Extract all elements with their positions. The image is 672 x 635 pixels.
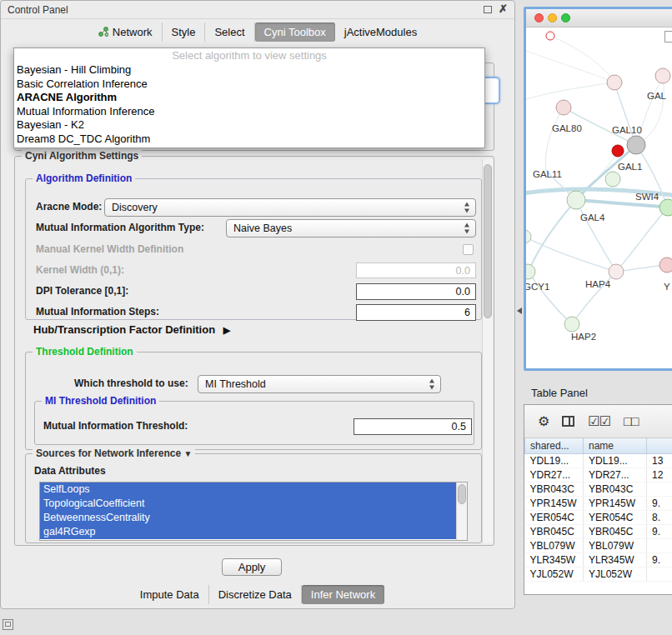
table-cell: YPR145W [525, 497, 584, 511]
kernel-width-field[interactable]: 0.0 [356, 262, 476, 278]
table-row[interactable]: YPR145WYPR145W9. [525, 497, 672, 511]
data-attributes-list[interactable]: SelfLoopsTopologicalCoefficientBetweenne… [39, 482, 468, 541]
table-row[interactable]: YJL052WYJL052W [525, 568, 672, 582]
control-panel-titlebar: Control Panel ✗ [1, 1, 514, 19]
network-node[interactable] [567, 191, 585, 209]
dpi-tolerance-field[interactable]: 0.0 [356, 283, 476, 300]
select-checkboxes-icon[interactable]: ☑☑ [588, 415, 610, 428]
network-window-titlebar [526, 9, 672, 28]
network-node[interactable] [659, 258, 672, 272]
dpi-tolerance-label: DPI Tolerance [0,1]: [36, 285, 128, 298]
mi-threshold-field[interactable]: 0.5 [354, 418, 472, 435]
network-node[interactable] [605, 172, 620, 187]
column-header[interactable] [647, 438, 672, 454]
table-cell: YDL19... [584, 454, 647, 468]
close-button[interactable] [534, 13, 544, 22]
which-threshold-combobox[interactable]: MI Threshold [198, 375, 441, 393]
algorithm-option-mutual-information-inference[interactable]: Mutual Information Inference [14, 105, 484, 119]
hub-definition-toggle[interactable]: Hub/Transcription Factor Definition ▶ [33, 323, 230, 336]
float-panel-icon[interactable] [484, 6, 492, 13]
table-row[interactable]: YBR045CYBR045C9. [525, 525, 672, 539]
list-item-topologicalcoefficient[interactable]: TopologicalCoefficient [40, 497, 456, 511]
tab-cyni-toolbox[interactable]: Cyni Toolbox [255, 22, 335, 42]
network-edge [550, 36, 614, 82]
column-header[interactable]: name [584, 438, 647, 454]
node-label: HAP4 [585, 279, 611, 289]
tab-label: Style [172, 26, 196, 38]
network-node[interactable] [526, 264, 535, 279]
table-row[interactable]: YER054CYER054C8. [525, 511, 672, 525]
network-node[interactable] [627, 136, 645, 154]
network-graph[interactable]: GALGAL80GAL10GAL11GAL1SWI4GAL4GCY1HAP4YH… [526, 28, 672, 368]
bottom-tab-discretize-data[interactable]: Discretize Data [209, 585, 302, 604]
node-table: shared...name YDL19...YDL19...13YDR27...… [524, 438, 672, 582]
tab-select[interactable]: Select [205, 22, 254, 42]
cyni-algorithm-settings-group: Cyni Algorithm Settings Algorithm Defini… [14, 156, 494, 546]
columns-icon[interactable] [562, 416, 574, 427]
close-panel-icon[interactable]: ✗ [499, 4, 508, 14]
bottom-tab-impute-data[interactable]: Impute Data [131, 585, 209, 604]
algorithm-option-dream8-dc-tdc-algorithm[interactable]: Dream8 DC_TDC Algorithm [14, 132, 484, 147]
table-row[interactable]: YBL079WYBL079W [525, 539, 672, 553]
table-cell: YPR145W [584, 497, 647, 511]
table-cell: 8. [647, 511, 672, 525]
manual-kernel-checkbox[interactable] [463, 244, 474, 255]
list-item-selfloops[interactable]: SelfLoops [40, 482, 456, 497]
mi-steps-field[interactable]: 6 [356, 304, 476, 321]
network-node[interactable] [607, 75, 622, 90]
tab-label: Network [113, 26, 153, 38]
minimize-button[interactable] [548, 13, 557, 22]
table-row[interactable]: YDR27...YDR27...12 [525, 468, 672, 482]
network-node[interactable] [612, 145, 624, 157]
network-node[interactable] [556, 100, 571, 115]
tab-network[interactable]: Network [89, 22, 163, 42]
zoom-button[interactable] [561, 13, 570, 22]
aracne-mode-combobox[interactable]: Discovery [104, 198, 476, 217]
algorithm-option-aracne-algorithm[interactable]: ARACNE Algorithm [14, 91, 484, 105]
algorithm-option-bayesian-k2[interactable]: Bayesian - K2 [14, 118, 484, 132]
algorithm-definition-group: Algorithm Definition Aracne Mode: Discov… [25, 178, 482, 320]
clear-checkboxes-icon[interactable]: □□ [624, 415, 638, 428]
network-node[interactable] [609, 264, 624, 279]
tab-label: jActiveModules [344, 26, 417, 38]
tab-jactivemodules[interactable]: jActiveModules [335, 22, 426, 42]
table-row[interactable]: YLR345WYLR345W9. [525, 553, 672, 568]
settings-scrollbar-thumb[interactable] [484, 164, 492, 318]
mi-type-combobox[interactable]: Naive Bayes [226, 219, 476, 238]
chevron-right-icon: ▶ [223, 325, 230, 335]
table-row[interactable]: YBR043CYBR043C [525, 482, 672, 497]
node-label: GAL10 [612, 125, 642, 135]
apply-button[interactable]: Apply [222, 558, 282, 576]
gear-icon[interactable]: ⚙ [538, 415, 549, 428]
network-node[interactable] [659, 199, 672, 216]
table-cell: YBR043C [525, 482, 584, 497]
column-header[interactable]: shared... [525, 438, 584, 454]
node-label: SWI4 [635, 192, 659, 202]
table-cell: YLR345W [584, 553, 647, 568]
algorithm-option-bayesian-hill-climbing[interactable]: Bayesian - Hill Climbing [14, 63, 484, 78]
node-label: GAL1 [618, 162, 642, 172]
list-item-betweennesscentrality[interactable]: BetweennessCentrality [40, 511, 456, 525]
sources-title-text: Sources for Network Inference [36, 448, 181, 459]
network-canvas[interactable]: GALGAL80GAL10GAL11GAL1SWI4GAL4GCY1HAP4YH… [526, 28, 672, 368]
list-scrollbar-thumb[interactable] [458, 484, 466, 504]
list-item-gal4rgexp[interactable]: gal4RGexp [40, 525, 456, 539]
network-node[interactable] [655, 68, 670, 83]
node-label: Y [664, 282, 670, 292]
network-node[interactable] [526, 230, 531, 243]
bottom-tab-infer-network[interactable]: Infer Network [302, 585, 384, 604]
restore-panel-icon[interactable] [3, 619, 13, 630]
network-icon [98, 27, 108, 37]
network-overview-toggle[interactable] [664, 31, 672, 42]
settings-scrollbar[interactable] [482, 159, 493, 543]
chevron-down-icon[interactable]: ▼ [183, 449, 192, 458]
settings-group-title: Cyni Algorithm Settings [22, 150, 142, 162]
algorithm-option-basic-correlation-inference[interactable]: Basic Correlation Inference [14, 78, 484, 92]
tab-style[interactable]: Style [163, 22, 206, 42]
network-node[interactable] [564, 317, 579, 332]
network-node[interactable] [546, 32, 554, 40]
splitter-collapse-icon[interactable] [517, 308, 522, 314]
list-scrollbar[interactable] [456, 482, 467, 540]
table-toolbar: ⚙☑☑□□ [524, 405, 672, 438]
table-row[interactable]: YDL19...YDL19...13 [525, 454, 672, 468]
